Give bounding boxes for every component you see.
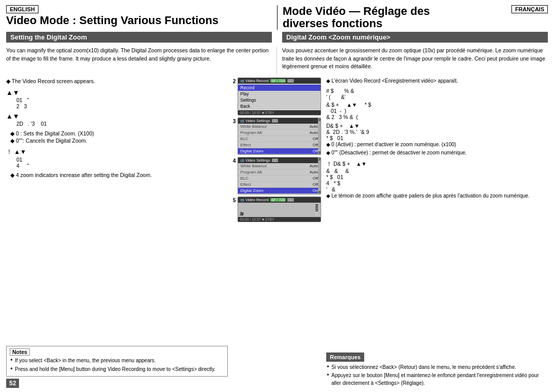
bullet-en-0: 0 : Sets the Digital Zoom. (X100) [10, 130, 228, 138]
screen3-wrapper: 3 📹 Video Settings □□ White BalanceAuto … [233, 117, 321, 155]
step4-fr-line5: ' & [326, 186, 548, 192]
screen4-badge: □□ [272, 159, 278, 162]
s3-val-0: Auto [310, 124, 318, 129]
step2-arrows: ▲▼ [6, 89, 228, 96]
desc-en: You can magnify the optical zoom(x10) di… [6, 47, 271, 62]
section-header-fr: Digital Zoom <Zoom numérique> [282, 32, 548, 43]
screen5-badge2: □□ [287, 198, 293, 202]
s3-val-1: Auto [310, 130, 318, 135]
step2-fr-line3: & $ + ▲▼ * $ [326, 102, 548, 108]
s3-label-2: BLC [241, 136, 249, 141]
screen2-bottom: 00:00 / 10:57 ■ STBY [238, 110, 321, 115]
step3-en: ▲▼ 2D . '3 01 [6, 112, 228, 127]
screen3-topbar: 📹 Video Settings □□ [238, 118, 321, 124]
notes-item-1: Press and hold the [Menu] button during … [10, 366, 224, 374]
zoom-seg6 [315, 214, 318, 215]
s3-val-3: Off [312, 143, 318, 147]
screen5-badge: SF / 720 [270, 198, 286, 202]
step3-fr-line2: & 2D . '3 %.' '& 9 [326, 129, 548, 135]
screen3-row-0: White BalanceAuto [238, 124, 321, 130]
screen2-menu-settings[interactable]: Settings [238, 97, 321, 103]
step3-fr: D& $ + ▲▼ & 2D . '3 %.' '& 9 * $ 01 0 (A… [326, 123, 548, 158]
s3-label-3: Effect [241, 143, 251, 147]
screen3-title: Video Settings [246, 119, 270, 123]
screen5-time: 00:00 / 10:57 ■ STBY [240, 218, 274, 221]
step2-en: ▲▼ 01 " 2 3 [6, 89, 228, 109]
step3-fr-line1: D& $ + ▲▼ [326, 123, 548, 129]
s3-label-4: Digital Zoom [241, 149, 264, 153]
page-title-right-line1: Mode Vidéo — Réglage des [283, 5, 430, 17]
section-fr-wrapper: Digital Zoom <Zoom numérique> [277, 32, 548, 45]
screen4-cam-icon: 📹 [240, 158, 244, 163]
zoom-seg3 [315, 208, 318, 210]
screen3-row-1: Program AEAuto [238, 130, 321, 136]
screen2-stepnum: 2 [233, 79, 236, 84]
section-headers: Setting the Digital Zoom Digital Zoom <Z… [6, 32, 548, 45]
step4-bullet-en: 4 zoom indicators increase after setting… [10, 171, 228, 179]
step2-text1: 01 " [16, 97, 228, 103]
screen2-topbar: 📹 Video Record SF / 720 □□ [238, 78, 321, 84]
step2-fr-line5: & 2 3 % & ( [326, 114, 548, 120]
step4-fr-line1: ！ D& $ + ▲▼ [326, 161, 548, 168]
step1-en: The Video Record screen appears. [6, 77, 228, 85]
screen2-menu-play[interactable]: Play [238, 91, 321, 97]
step4-en: ！ ▲▼ 01 4 " [6, 148, 228, 169]
s4-val-4: On [312, 188, 318, 193]
page-footer: 52 [6, 379, 228, 388]
section-en-wrapper: Setting the Digital Zoom [6, 32, 277, 45]
section-header-en: Setting the Digital Zoom [6, 32, 272, 43]
step2-fr-line4: 01 - ) [326, 108, 548, 114]
screen4-row-2: BLCOff [238, 175, 321, 182]
s4-label-0: White Balance [241, 164, 267, 168]
screen2-menu-back[interactable]: Back [238, 103, 321, 109]
screen5-wrapper: 5 📹 Video Record SF / 720 □□ 🎥 [233, 197, 321, 222]
screen2-wrapper: 2 📹 Video Record SF / 720 □□ Record Play… [233, 77, 321, 115]
step4-fr-line3: * $ 01 [326, 174, 548, 180]
step2-text2: 2 3 [16, 103, 228, 109]
s4-val-3: Off [312, 182, 318, 187]
desc-fr: Vous pouvez accentuer le grossissement d… [282, 47, 548, 70]
screen4-wrapper: 4 📹 Video Settings □□ White BalanceAuto … [233, 157, 321, 194]
screen5-topbar: 📹 Video Record SF / 720 □□ [238, 197, 321, 203]
step2-fr-line1: # $ % & [326, 88, 548, 94]
screen2-menu-record[interactable]: Record [238, 85, 321, 91]
step4-text1: 01 [16, 156, 228, 163]
title-right-row: Mode Vidéo — Réglage des diverses foncti… [283, 5, 548, 30]
remarques-title: Remarques [326, 352, 364, 362]
step4-fr-bullet: Le témoin de zoom affiche quatre paliers… [326, 192, 548, 200]
zoom-bar [315, 204, 318, 215]
screen2-title: Video Record [246, 79, 269, 83]
page: ENGLISH Video Mode : Setting Various Fun… [0, 0, 554, 392]
screen5-stepnum: 5 [233, 198, 236, 203]
s3-label-0: White Balance [241, 124, 267, 129]
screen5-bottom: 00:00 / 10:57 ■ STBY [238, 217, 321, 222]
s4-label-1: Program AE [241, 170, 263, 174]
step4-text2: 4 " [16, 163, 228, 169]
screen4-row-0: White BalanceAuto [238, 163, 321, 169]
screen2-time: 00:00 / 10:57 ■ STBY [240, 111, 274, 114]
screen4-topbar: 📹 Video Settings □□ [238, 158, 321, 163]
screen3-cam-icon: 📹 [240, 119, 244, 123]
s4-scroll-up [319, 158, 321, 161]
step3-fr-bullet2: 0"" (Désactivée) : permet de désactiver … [326, 149, 548, 156]
descriptions: You can magnify the optical zoom(x10) di… [6, 47, 548, 74]
screen5-body: 🎥 [238, 203, 321, 217]
left-header: ENGLISH Video Mode : Setting Various Fun… [6, 5, 277, 27]
screen5-cam-small: 🎥 [240, 212, 244, 216]
right-header: Mode Vidéo — Réglage des diverses foncti… [277, 5, 548, 30]
s3-val-4: Off [312, 149, 318, 153]
s4-val-2: Off [312, 176, 318, 181]
screen3-scrollbar [318, 118, 321, 154]
screen4-row-1: Program AEAuto [238, 169, 321, 175]
screen5: 📹 Video Record SF / 720 □□ 🎥 [238, 197, 321, 222]
step3-text1: 2D . '3 01 [16, 121, 228, 127]
zoom-seg4 [315, 210, 318, 212]
s4-scroll-down [319, 191, 321, 193]
screen4-title: Video Settings [246, 158, 270, 163]
body-left: The Video Record screen appears. ▲▼ 01 "… [6, 77, 231, 388]
step3-fr-bullet1: 0 (Activé) : permet d'activer le zoom nu… [326, 141, 548, 148]
screen2-cam-icon: 📹 [240, 79, 244, 83]
bullets-en: 0 : Sets the Digital Zoom. (X100) 0"": C… [10, 130, 228, 145]
screen4-row-3: EffectOff [238, 182, 321, 188]
s3-val-2: Off [312, 136, 318, 141]
